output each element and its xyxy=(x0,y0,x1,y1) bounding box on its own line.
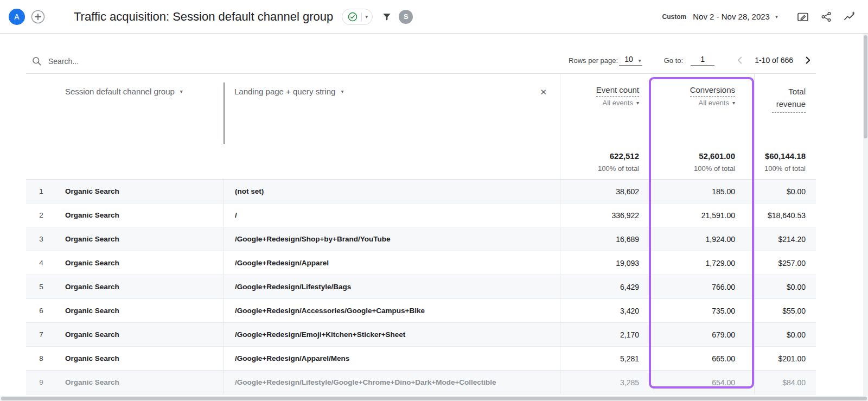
report-table-panel: Rows per page: 10 ▾ Go to: 1-10 of 666 xyxy=(26,34,816,396)
landing-page-cell: /Google+Redesign/Lifestyle/Bags xyxy=(224,275,560,298)
insights-button[interactable] xyxy=(843,10,856,23)
metric-total: $60,144.18 xyxy=(755,151,806,161)
channel-group-cell: Organic Search xyxy=(56,323,224,346)
chevron-down-icon: ▾ xyxy=(639,58,641,63)
metric-total-percent: 100% of total xyxy=(560,164,639,173)
channel-group-cell: Organic Search xyxy=(56,275,224,298)
revenue-cell: $0.00 xyxy=(754,275,816,298)
event-count-cell: 16,689 xyxy=(560,227,654,251)
funnel-icon xyxy=(381,11,392,22)
add-comparison-button[interactable] xyxy=(30,9,46,24)
share-icon xyxy=(820,11,832,23)
landing-page-cell: /Google+Redesign/Lifestyle/Google+Chrome… xyxy=(224,371,560,394)
edit-report-button[interactable] xyxy=(796,10,809,23)
row-number: 7 xyxy=(26,323,56,346)
dimension-header-channel-group[interactable]: Session default channel group ▾ xyxy=(56,74,224,179)
metric-header-conversions[interactable]: Conversions All events ▾ 52,601.00 100% … xyxy=(654,74,754,179)
channel-group-cell: Organic Search xyxy=(56,371,224,394)
table-row[interactable]: 9 Organic Search /Google+Redesign/Lifest… xyxy=(26,371,816,394)
conversions-cell: 1,924.00 xyxy=(654,227,754,251)
metric-total-percent: 100% of total xyxy=(654,164,735,173)
dimension-label: Landing page + query string xyxy=(234,87,335,96)
row-number: 3 xyxy=(26,227,56,251)
search-icon xyxy=(31,56,42,66)
filter-button[interactable] xyxy=(381,11,392,22)
table-row[interactable]: 4 Organic Search /Google+Redesign/Appare… xyxy=(26,251,816,275)
event-count-cell: 3,420 xyxy=(560,299,654,322)
plus-circle-icon xyxy=(30,9,46,24)
chevron-down-icon: ▾ xyxy=(636,100,639,106)
check-circle-icon xyxy=(347,11,358,22)
search-box xyxy=(31,56,200,66)
landing-page-cell: (not set) xyxy=(224,180,560,203)
channel-group-cell: Organic Search xyxy=(56,347,224,370)
table-row[interactable]: 1 Organic Search (not set) 38,602 185.00… xyxy=(26,180,816,203)
horizontal-scrollbar[interactable] xyxy=(0,396,868,401)
conversions-cell: 21,591.00 xyxy=(654,203,754,227)
table-toolbar: Rows per page: 10 ▾ Go to: 1-10 of 666 xyxy=(26,34,816,74)
metric-total-percent: 100% of total xyxy=(755,164,806,173)
event-type-selector[interactable]: All events ▾ xyxy=(560,99,639,107)
chevron-down-icon: ▾ xyxy=(732,100,735,106)
search-input[interactable] xyxy=(48,57,200,66)
sampling-badge[interactable]: S xyxy=(399,10,413,24)
event-type-selector[interactable]: All events ▾ xyxy=(654,99,735,107)
data-quality-badge[interactable]: ▾ xyxy=(342,9,373,25)
conversions-cell: 766.00 xyxy=(654,275,754,298)
date-range-type: Custom xyxy=(662,13,687,21)
dimension-label: Session default channel group xyxy=(65,87,175,96)
edit-pencil-icon xyxy=(796,10,809,23)
revenue-cell: $257.00 xyxy=(754,251,816,275)
metric-name[interactable]: Conversions xyxy=(690,85,735,97)
event-count-cell: 6,429 xyxy=(560,275,654,298)
metric-header-total-revenue[interactable]: Total revenue $60,144.18 100% of total xyxy=(754,74,816,179)
rows-per-page-select[interactable]: 10 ▾ xyxy=(619,55,642,66)
date-range-picker[interactable]: Custom Nov 2 - Nov 28, 2023 ▾ xyxy=(662,12,778,21)
next-page-button[interactable] xyxy=(802,54,814,66)
goto-page-input[interactable] xyxy=(691,55,714,66)
revenue-cell: $201.00 xyxy=(754,347,816,370)
row-number: 1 xyxy=(26,180,56,203)
chevron-left-icon xyxy=(734,54,746,66)
table-row[interactable]: 6 Organic Search /Google+Redesign/Access… xyxy=(26,299,816,323)
revenue-cell: $55.00 xyxy=(754,299,816,322)
goto-label: Go to: xyxy=(664,56,683,65)
vertical-scrollbar-thumb[interactable] xyxy=(864,35,867,138)
event-count-cell: 3,285 xyxy=(560,371,654,394)
landing-page-cell: /Google+Redesign/Accessories/Google+Camp… xyxy=(224,299,560,322)
conversions-cell: 735.00 xyxy=(654,299,754,322)
chevron-right-icon xyxy=(802,54,814,66)
table-row[interactable]: 7 Organic Search /Google+Redesign/Emoji+… xyxy=(26,323,816,347)
conversions-cell: 679.00 xyxy=(654,323,754,346)
horizontal-scrollbar-thumb[interactable] xyxy=(1,397,867,400)
metric-name[interactable]: Total revenue xyxy=(772,85,806,113)
revenue-cell: $0.00 xyxy=(754,180,816,203)
pill-divider xyxy=(361,12,362,21)
share-report-button[interactable] xyxy=(820,11,832,23)
row-number: 9 xyxy=(26,371,56,394)
row-number: 8 xyxy=(26,347,56,370)
table-row[interactable]: 8 Organic Search /Google+Redesign/Appare… xyxy=(26,347,816,371)
row-number: 4 xyxy=(26,251,56,275)
row-number-header xyxy=(26,74,56,179)
row-number: 6 xyxy=(26,299,56,322)
metric-total: 622,512 xyxy=(560,151,639,161)
table-row[interactable]: 3 Organic Search /Google+Redesign/Shop+b… xyxy=(26,227,816,251)
event-count-cell: 38,602 xyxy=(560,180,654,203)
column-resize-divider[interactable] xyxy=(224,82,225,144)
rows-per-page-label: Rows per page: xyxy=(569,56,618,65)
avatar[interactable]: A xyxy=(9,9,25,25)
pagination-controls: Rows per page: 10 ▾ Go to: 1-10 of 666 xyxy=(569,54,814,66)
dimension-header-landing-page[interactable]: Landing page + query string ▾ ✕ xyxy=(224,74,560,179)
previous-page-button[interactable] xyxy=(734,54,746,66)
remove-dimension-button[interactable]: ✕ xyxy=(540,88,547,96)
table-row[interactable]: 5 Organic Search /Google+Redesign/Lifest… xyxy=(26,275,816,299)
sampling-badge-letter: S xyxy=(404,12,409,21)
event-count-cell: 19,093 xyxy=(560,251,654,275)
metric-name[interactable]: Event count xyxy=(596,85,639,97)
rows-per-page-value: 10 xyxy=(624,55,633,63)
vertical-scrollbar[interactable] xyxy=(863,34,868,396)
revenue-cell: $0.00 xyxy=(754,323,816,346)
metric-header-event-count[interactable]: Event count All events ▾ 622,512 100% of… xyxy=(560,74,654,179)
table-row[interactable]: 2 Organic Search / 336,922 21,591.00 $18… xyxy=(26,203,816,227)
